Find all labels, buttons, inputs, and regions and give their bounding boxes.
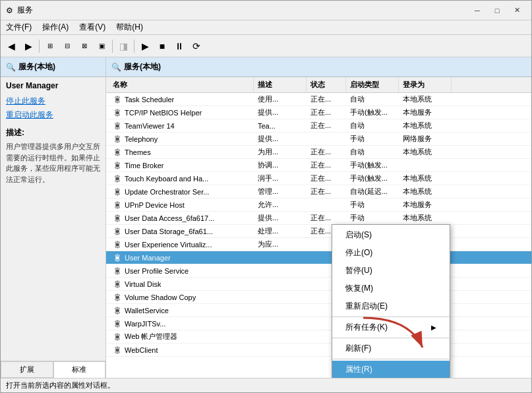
context-menu-item[interactable]: 所有任务(K)▶	[332, 318, 450, 336]
table-row[interactable]: User Data Access_6fa617...提供...正在...手动本地…	[106, 212, 531, 225]
table-row[interactable]: Task Scheduler使用...正在...自动本地系统	[106, 93, 531, 106]
table-cell: 本地系统	[399, 146, 452, 158]
maximize-button[interactable]: □	[488, 4, 506, 17]
col-startup: 启动类型	[346, 77, 399, 92]
table-row[interactable]: TCP/IP NetBIOS Helper提供...正在...手动(触发...本…	[106, 106, 531, 119]
cell-text: 正在...	[310, 121, 331, 131]
table-row[interactable]: WarpJITSv...触发...	[106, 317, 531, 330]
menu-help[interactable]: 帮助(H)	[111, 20, 148, 34]
cell-text: 正在...	[310, 226, 331, 236]
close-button[interactable]: ✕	[508, 4, 526, 17]
table-row[interactable]: Themes为用...正在...自动本地系统	[106, 146, 531, 159]
cell-text: User Experience Virtualiz...	[125, 241, 212, 249]
context-menu-item[interactable]: 刷新(F)	[332, 340, 450, 357]
context-menu-label: 暂停(U)	[345, 265, 372, 276]
cell-text: 本地系统	[403, 173, 432, 183]
context-menu-item[interactable]: 重新启动(E)	[332, 297, 450, 315]
restart-service-link[interactable]: 重启动此服务	[6, 109, 100, 121]
table-cell: User Manager	[109, 252, 254, 264]
restart-button[interactable]: ⟳	[189, 38, 204, 54]
menu-action[interactable]: 操作(A)	[37, 20, 74, 34]
table-row[interactable]: WalletService本地系统	[106, 304, 531, 317]
tab-extended[interactable]: 扩展	[1, 361, 53, 378]
service-icon	[113, 135, 122, 144]
table-row[interactable]: Touch Keyboard and Ha...润手...正在...手动(触发.…	[106, 172, 531, 185]
table-cell	[307, 204, 346, 206]
context-menu-item[interactable]: 启动(S)	[332, 226, 450, 244]
menu-view[interactable]: 查看(V)	[74, 20, 111, 34]
service-icon	[113, 293, 122, 302]
table-row[interactable]: TeamViewer 14Tea...正在...自动本地系统	[106, 119, 531, 133]
left-panel: 🔍 服务(本地) User Manager 停止此服务 重启动此服务 描述: 用…	[1, 57, 106, 378]
cell-text: 手动	[350, 134, 365, 144]
table-cell: Virtual Disk	[109, 278, 254, 290]
toolbar-btn-3[interactable]: ⊠	[76, 38, 92, 54]
table-row[interactable]: WebClient本地系统	[106, 344, 531, 357]
table-cell: Telephony	[109, 133, 254, 145]
left-header-icon: 🔍	[6, 63, 16, 72]
context-menu-label: 重新启动(E)	[345, 301, 388, 312]
forward-button[interactable]: ▶	[20, 38, 36, 54]
table-cell: Time Broker	[109, 160, 254, 171]
minimize-button[interactable]: ─	[468, 4, 487, 17]
pause-button[interactable]: ⏸	[171, 38, 187, 54]
table-row[interactable]: Volume Shadow Copy本地系统	[106, 291, 531, 304]
context-menu-label: 刷新(F)	[345, 343, 371, 354]
table-cell: 网络服务	[399, 133, 452, 145]
cell-text: 本地系统	[403, 94, 432, 104]
submenu-arrow-icon: ▶	[431, 324, 436, 331]
table-cell: 本地系统	[399, 185, 452, 198]
table-row[interactable]: User Experience Virtualiz...为应...禁用本地系统	[106, 238, 531, 251]
table-cell: 本地服务	[399, 198, 452, 211]
toolbar-btn-2[interactable]: ⊟	[59, 38, 75, 54]
context-menu-item[interactable]: 停止(O)	[332, 244, 450, 262]
service-icon	[113, 121, 122, 131]
service-icon	[113, 332, 122, 342]
service-icon	[113, 161, 122, 170]
service-icon	[113, 240, 122, 249]
show-hide-button[interactable]: ⊞	[42, 38, 58, 54]
tab-standard[interactable]: 标准	[53, 361, 106, 378]
cell-text: Volume Shadow Copy	[125, 293, 196, 301]
table-cell: 允许...	[254, 198, 307, 211]
cell-text: WarpJITSv...	[125, 320, 165, 328]
cell-text: Virtual Disk	[125, 280, 161, 288]
table-cell	[254, 349, 307, 351]
table-row[interactable]: Update Orchestrator Ser...管理...正在...自动(延…	[106, 185, 531, 198]
context-menu-item[interactable]: 恢复(M)	[332, 280, 450, 297]
context-menu-item[interactable]: 属性(R)	[332, 361, 450, 378]
table-row[interactable]: User Profile Service本地系统	[106, 264, 531, 278]
toolbar-btn-5[interactable]: ◨	[115, 38, 131, 54]
table-row[interactable]: Time Broker协调...正在...手动(触发...	[106, 159, 531, 172]
table-row[interactable]: Telephony提供...手动网络服务	[106, 133, 531, 146]
cell-text: Update Orchestrator Ser...	[125, 188, 209, 196]
selected-service-name: User Manager	[6, 81, 100, 90]
table-body[interactable]: Task Scheduler使用...正在...自动本地系统TCP/IP Net…	[106, 93, 531, 378]
context-menu-item[interactable]: 暂停(U)	[332, 262, 450, 280]
stop-button[interactable]: ■	[154, 38, 170, 54]
col-name: 名称	[109, 77, 254, 92]
table-cell: 正在...	[307, 106, 346, 119]
service-icon	[113, 174, 122, 183]
table-row[interactable]: User Manager触发...本地系统	[106, 251, 531, 264]
menu-file[interactable]: 文件(F)	[1, 20, 37, 34]
cell-text: 正在...	[310, 213, 331, 223]
table-cell	[254, 336, 307, 338]
start-button[interactable]: ▶	[137, 38, 153, 54]
table-cell: Task Scheduler	[109, 94, 254, 106]
toolbar-btn-4[interactable]: ▣	[94, 38, 109, 54]
toolbar-sep-2	[112, 40, 113, 53]
cell-text: 手动	[350, 213, 365, 223]
table-row[interactable]: UPnP Device Host允许...手动本地服务	[106, 198, 531, 212]
table-row[interactable]: Virtual Disk本地系统	[106, 278, 531, 291]
table-row[interactable]: User Data Storage_6fa61...处理...正在...手动本地…	[106, 225, 531, 238]
table-cell: Volume Shadow Copy	[109, 291, 254, 303]
cell-text: 自动	[350, 121, 365, 131]
cell-text: 自动	[350, 94, 365, 104]
cell-text: 本地系统	[403, 187, 432, 196]
back-button[interactable]: ◀	[3, 38, 19, 54]
cell-text: 手动(触发...	[350, 173, 388, 183]
stop-service-link[interactable]: 停止此服务	[6, 96, 100, 107]
left-tabs: 扩展 标准	[1, 361, 105, 378]
table-row[interactable]: Web 帐户管理器本地系统	[106, 330, 531, 344]
